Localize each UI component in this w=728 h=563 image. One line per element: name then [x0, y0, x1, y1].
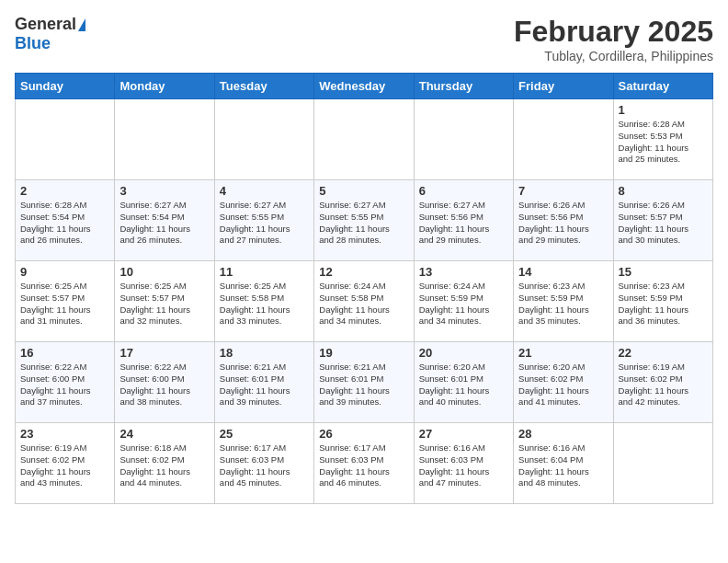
day-number: 24: [119, 427, 209, 441]
calendar-title: February 2025: [514, 15, 713, 49]
day-number: 6: [419, 184, 508, 198]
day-number: 23: [20, 427, 109, 441]
calendar-cell: 7Sunrise: 6:26 AM Sunset: 5:56 PM Daylig…: [514, 180, 613, 261]
day-number: 14: [518, 265, 608, 279]
calendar-week-2: 9Sunrise: 6:25 AM Sunset: 5:57 PM Daylig…: [16, 261, 713, 342]
calendar-cell: 14Sunrise: 6:23 AM Sunset: 5:59 PM Dayli…: [514, 261, 613, 342]
title-area: February 2025 Tublay, Cordillera, Philip…: [514, 15, 713, 63]
col-header-saturday: Saturday: [613, 74, 712, 99]
day-info: Sunrise: 6:27 AM Sunset: 5:55 PM Dayligh…: [220, 200, 309, 247]
day-number: 3: [119, 184, 209, 198]
day-info: Sunrise: 6:25 AM Sunset: 5:57 PM Dayligh…: [20, 281, 109, 327]
day-number: 1: [619, 103, 708, 117]
day-number: 21: [518, 346, 608, 360]
day-number: 17: [119, 346, 209, 360]
calendar-cell: [314, 99, 414, 180]
day-info: Sunrise: 6:21 AM Sunset: 6:01 PM Dayligh…: [319, 362, 408, 408]
calendar-cell: 23Sunrise: 6:19 AM Sunset: 6:02 PM Dayli…: [16, 423, 115, 504]
calendar-subtitle: Tublay, Cordillera, Philippines: [514, 49, 713, 63]
day-info: Sunrise: 6:26 AM Sunset: 5:56 PM Dayligh…: [518, 200, 608, 247]
day-info: Sunrise: 6:19 AM Sunset: 6:02 PM Dayligh…: [20, 442, 109, 489]
day-info: Sunrise: 6:27 AM Sunset: 5:54 PM Dayligh…: [119, 200, 209, 247]
day-number: 8: [619, 184, 708, 198]
calendar-table: SundayMondayTuesdayWednesdayThursdayFrid…: [15, 73, 713, 504]
day-number: 13: [419, 265, 508, 279]
day-number: 10: [119, 265, 209, 279]
day-info: Sunrise: 6:27 AM Sunset: 5:55 PM Dayligh…: [319, 200, 408, 247]
calendar-cell: 9Sunrise: 6:25 AM Sunset: 5:57 PM Daylig…: [16, 261, 115, 342]
day-info: Sunrise: 6:25 AM Sunset: 5:57 PM Dayligh…: [119, 281, 209, 327]
calendar-cell: 10Sunrise: 6:25 AM Sunset: 5:57 PM Dayli…: [115, 261, 214, 342]
day-info: Sunrise: 6:22 AM Sunset: 6:00 PM Dayligh…: [20, 362, 109, 408]
calendar-week-0: 1Sunrise: 6:28 AM Sunset: 5:53 PM Daylig…: [16, 99, 713, 180]
day-info: Sunrise: 6:23 AM Sunset: 5:59 PM Dayligh…: [518, 281, 608, 327]
col-header-friday: Friday: [514, 74, 613, 99]
day-info: Sunrise: 6:18 AM Sunset: 6:02 PM Dayligh…: [119, 442, 209, 489]
calendar-cell: 25Sunrise: 6:17 AM Sunset: 6:03 PM Dayli…: [214, 423, 313, 504]
col-header-monday: Monday: [115, 74, 214, 99]
day-number: 26: [319, 427, 408, 441]
calendar-cell: [414, 99, 513, 180]
day-number: 5: [319, 184, 408, 198]
calendar-cell: [115, 99, 214, 180]
day-number: 27: [419, 427, 508, 441]
calendar-week-3: 16Sunrise: 6:22 AM Sunset: 6:00 PM Dayli…: [16, 342, 713, 423]
calendar-cell: 15Sunrise: 6:23 AM Sunset: 5:59 PM Dayli…: [613, 261, 712, 342]
calendar-cell: 2Sunrise: 6:28 AM Sunset: 5:54 PM Daylig…: [16, 180, 115, 261]
header: General Blue February 2025 Tublay, Cordi…: [15, 15, 713, 63]
calendar-cell: 21Sunrise: 6:20 AM Sunset: 6:02 PM Dayli…: [514, 342, 613, 423]
day-info: Sunrise: 6:25 AM Sunset: 5:58 PM Dayligh…: [220, 281, 309, 327]
calendar-cell: 26Sunrise: 6:17 AM Sunset: 6:03 PM Dayli…: [314, 423, 414, 504]
day-info: Sunrise: 6:24 AM Sunset: 5:59 PM Dayligh…: [419, 281, 508, 327]
logo-icon: [78, 18, 85, 31]
calendar-header-row: SundayMondayTuesdayWednesdayThursdayFrid…: [16, 74, 713, 99]
calendar-cell: 17Sunrise: 6:22 AM Sunset: 6:00 PM Dayli…: [115, 342, 214, 423]
calendar-cell: 24Sunrise: 6:18 AM Sunset: 6:02 PM Dayli…: [115, 423, 214, 504]
day-info: Sunrise: 6:26 AM Sunset: 5:57 PM Dayligh…: [619, 200, 708, 247]
col-header-tuesday: Tuesday: [214, 74, 313, 99]
day-info: Sunrise: 6:17 AM Sunset: 6:03 PM Dayligh…: [319, 442, 408, 489]
calendar-cell: 8Sunrise: 6:26 AM Sunset: 5:57 PM Daylig…: [613, 180, 712, 261]
calendar-cell: 16Sunrise: 6:22 AM Sunset: 6:00 PM Dayli…: [16, 342, 115, 423]
day-number: 19: [319, 346, 408, 360]
calendar-cell: 28Sunrise: 6:16 AM Sunset: 6:04 PM Dayli…: [514, 423, 613, 504]
day-number: 4: [220, 184, 309, 198]
calendar-cell: 5Sunrise: 6:27 AM Sunset: 5:55 PM Daylig…: [314, 180, 414, 261]
calendar-week-4: 23Sunrise: 6:19 AM Sunset: 6:02 PM Dayli…: [16, 423, 713, 504]
logo-general-text: General: [15, 15, 76, 34]
col-header-wednesday: Wednesday: [314, 74, 414, 99]
day-info: Sunrise: 6:27 AM Sunset: 5:56 PM Dayligh…: [419, 200, 508, 247]
day-number: 11: [220, 265, 309, 279]
logo-blue-text: Blue: [15, 34, 51, 53]
day-info: Sunrise: 6:16 AM Sunset: 6:04 PM Dayligh…: [518, 442, 608, 489]
calendar-cell: 6Sunrise: 6:27 AM Sunset: 5:56 PM Daylig…: [414, 180, 513, 261]
calendar-cell: [16, 99, 115, 180]
day-number: 22: [619, 346, 708, 360]
calendar-cell: [613, 423, 712, 504]
day-number: 20: [419, 346, 508, 360]
calendar-cell: 1Sunrise: 6:28 AM Sunset: 5:53 PM Daylig…: [613, 99, 712, 180]
logo: General Blue: [15, 15, 85, 53]
calendar-cell: 20Sunrise: 6:20 AM Sunset: 6:01 PM Dayli…: [414, 342, 513, 423]
calendar-cell: 18Sunrise: 6:21 AM Sunset: 6:01 PM Dayli…: [214, 342, 313, 423]
day-info: Sunrise: 6:16 AM Sunset: 6:03 PM Dayligh…: [419, 442, 508, 489]
calendar-cell: [214, 99, 313, 180]
day-info: Sunrise: 6:20 AM Sunset: 6:01 PM Dayligh…: [419, 362, 508, 408]
calendar-cell: 13Sunrise: 6:24 AM Sunset: 5:59 PM Dayli…: [414, 261, 513, 342]
calendar-cell: 3Sunrise: 6:27 AM Sunset: 5:54 PM Daylig…: [115, 180, 214, 261]
day-info: Sunrise: 6:22 AM Sunset: 6:00 PM Dayligh…: [119, 362, 209, 408]
day-number: 18: [220, 346, 309, 360]
day-info: Sunrise: 6:19 AM Sunset: 6:02 PM Dayligh…: [619, 362, 708, 408]
day-info: Sunrise: 6:28 AM Sunset: 5:54 PM Dayligh…: [20, 200, 109, 247]
calendar-week-1: 2Sunrise: 6:28 AM Sunset: 5:54 PM Daylig…: [16, 180, 713, 261]
day-info: Sunrise: 6:21 AM Sunset: 6:01 PM Dayligh…: [220, 362, 309, 408]
day-info: Sunrise: 6:28 AM Sunset: 5:53 PM Dayligh…: [619, 119, 708, 166]
calendar-cell: 19Sunrise: 6:21 AM Sunset: 6:01 PM Dayli…: [314, 342, 414, 423]
col-header-thursday: Thursday: [414, 74, 513, 99]
day-info: Sunrise: 6:20 AM Sunset: 6:02 PM Dayligh…: [518, 362, 608, 408]
calendar-cell: 11Sunrise: 6:25 AM Sunset: 5:58 PM Dayli…: [214, 261, 313, 342]
calendar-cell: 27Sunrise: 6:16 AM Sunset: 6:03 PM Dayli…: [414, 423, 513, 504]
calendar-cell: 22Sunrise: 6:19 AM Sunset: 6:02 PM Dayli…: [613, 342, 712, 423]
day-number: 12: [319, 265, 408, 279]
day-info: Sunrise: 6:23 AM Sunset: 5:59 PM Dayligh…: [619, 281, 708, 327]
